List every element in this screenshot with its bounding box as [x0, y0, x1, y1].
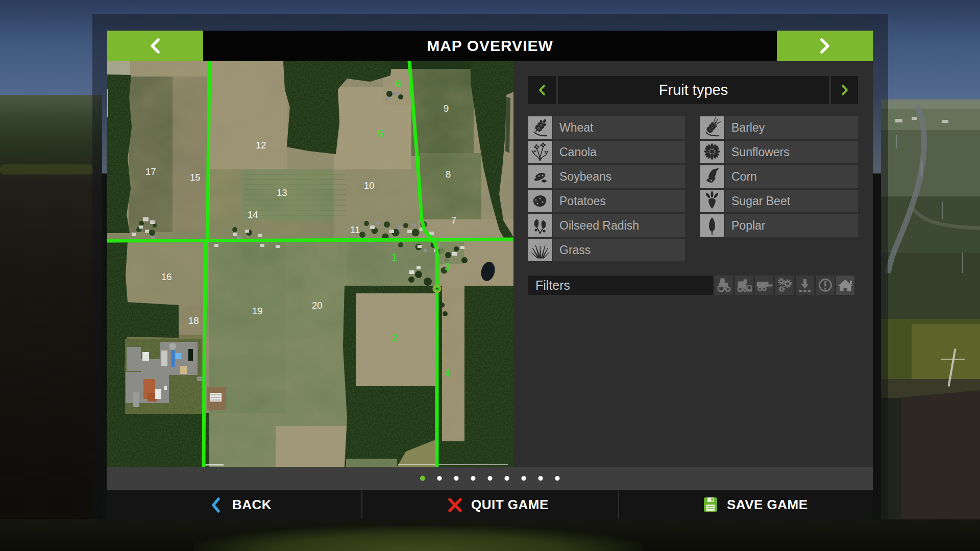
svg-text:19: 19 [252, 306, 263, 316]
svg-text:20: 20 [312, 300, 323, 311]
svg-text:10: 10 [364, 180, 375, 191]
svg-text:1: 1 [391, 252, 397, 263]
svg-text:3: 3 [445, 261, 450, 272]
svg-text:8: 8 [446, 169, 451, 180]
svg-text:7: 7 [451, 215, 456, 226]
svg-text:14: 14 [248, 209, 258, 220]
svg-text:18: 18 [188, 315, 199, 326]
svg-text:4: 4 [445, 367, 451, 379]
svg-text:12: 12 [256, 140, 266, 151]
svg-text:17: 17 [145, 166, 156, 177]
svg-text:13: 13 [277, 187, 287, 198]
svg-text:11: 11 [350, 224, 360, 235]
svg-text:6: 6 [396, 78, 401, 89]
svg-text:16: 16 [161, 271, 172, 282]
svg-text:9: 9 [444, 103, 449, 114]
svg-text:2: 2 [392, 332, 398, 343]
svg-text:5: 5 [378, 128, 383, 139]
svg-text:15: 15 [190, 172, 201, 183]
